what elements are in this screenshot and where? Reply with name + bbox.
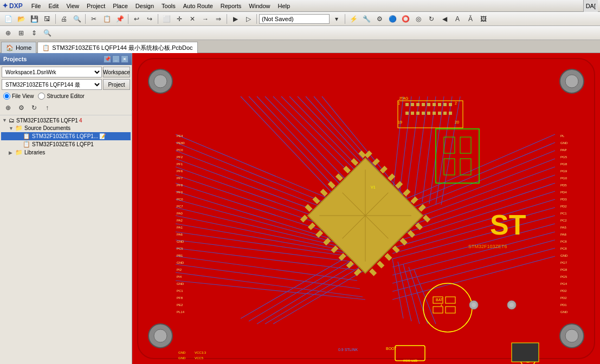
panel-refresh[interactable]: ↻ (28, 102, 40, 114)
svg-rect-187 (443, 112, 447, 115)
home-icon: 🏠 (6, 44, 14, 51)
projects-panel: Projects 📌 _ × Workspace1.DsnWrk Workspa… (0, 53, 132, 364)
tb-cut[interactable]: ✂ (88, 13, 100, 25)
svg-text:PG4: PG4 (560, 282, 567, 285)
fileview-radio[interactable] (3, 93, 10, 100)
svg-text:PB1: PB1 (177, 254, 183, 257)
svg-text:PD3: PD3 (560, 198, 567, 201)
svg-text:JTAG: JTAG (399, 96, 408, 100)
svg-point-5 (565, 75, 578, 88)
tree-pcbdoc-active[interactable]: 📋 STM32F103ZET6 LQFP1... 📝 (1, 132, 131, 140)
svg-text:PC1: PC1 (177, 289, 183, 292)
tb-run2[interactable]: 🔧 (360, 13, 372, 25)
menu-project[interactable]: Project (83, 2, 108, 10)
tb-printprev[interactable]: 🔍 (71, 13, 83, 25)
structeditor-radio[interactable] (38, 93, 45, 100)
panel-settings[interactable]: ⚙ (15, 102, 27, 114)
tb-print[interactable]: 🖨 (58, 13, 70, 25)
svg-text:PF6: PF6 (177, 170, 183, 173)
menu-edit[interactable]: Edit (45, 2, 62, 10)
tb-arr1[interactable]: → (199, 13, 211, 25)
fileview-radio-label[interactable]: File View (3, 93, 34, 100)
tb-compile2[interactable]: ▷ (242, 13, 254, 25)
menu-place[interactable]: Place (109, 2, 131, 10)
workspace-btn[interactable]: Workspace (103, 67, 130, 77)
pcb-canvas[interactable]: ST STM32F103ZET6 PE4PE60PC0 PF2PF1PF6 PF… (132, 53, 600, 364)
tb2-zoom4[interactable]: 🔍 (41, 27, 53, 39)
tree-root[interactable]: ▼ 🗂 STM32F103ZET6 LQFP1 4 (1, 116, 131, 124)
svg-text:GND: GND (178, 351, 186, 354)
menu-dxp[interactable]: DXP (9, 2, 23, 10)
tb-run7[interactable]: ↻ (425, 13, 437, 25)
panel-toolbar: ⊕ ⚙ ↻ ↑ (0, 101, 132, 115)
svg-rect-183 (422, 112, 425, 115)
tb-run8[interactable]: ◀ (438, 13, 450, 25)
structeditor-radio-label[interactable]: Structure Editor (38, 93, 84, 100)
menu-help[interactable]: Help (274, 2, 293, 10)
tb-rect[interactable]: ⬜ (160, 13, 172, 25)
tb2-zoom3[interactable]: ⇕ (28, 27, 40, 39)
menu-tools[interactable]: Tools (158, 2, 179, 10)
tb-paste[interactable]: 📌 (114, 13, 126, 25)
tb-copy[interactable]: 📋 (101, 13, 113, 25)
libs-label: Libraries (24, 150, 45, 155)
svg-rect-179 (449, 103, 452, 106)
project-btn[interactable]: Project (103, 79, 130, 90)
menu-design[interactable]: Design (132, 2, 157, 10)
filename-input[interactable] (259, 14, 330, 24)
tb-saveall[interactable]: 🖫 (41, 13, 53, 25)
tb-new[interactable]: 📄 (2, 13, 14, 25)
tb-text2[interactable]: Ā (464, 13, 476, 25)
svg-text:VCC5: VCC5 (195, 356, 204, 360)
svg-rect-174 (422, 103, 425, 106)
panel-pin[interactable]: 📌 (104, 55, 111, 63)
tb-run5[interactable]: ⭕ (399, 13, 411, 25)
tb-save[interactable]: 💾 (28, 13, 40, 25)
tb-text[interactable]: A (451, 13, 463, 25)
panel-add[interactable]: ⊕ (2, 102, 14, 114)
tree-pcbdoc-2[interactable]: 📋 STM32F103ZET6 LQFP1 (1, 140, 131, 148)
tb-run[interactable]: ⚡ (347, 13, 359, 25)
tb-dropdown-arrow[interactable]: ▾ (331, 13, 343, 25)
tb-open[interactable]: 📂 (15, 13, 27, 25)
tab-pcb[interactable]: 📋 STM32F103ZET6 LQFP144 最小系统核心板.PcbDoc (37, 42, 197, 53)
tb-run6[interactable]: ◎ (412, 13, 424, 25)
source-label: Source Documents (24, 125, 70, 131)
svg-rect-181 (411, 112, 414, 115)
tab-home[interactable]: 🏠 Home (1, 42, 36, 53)
tb2-zoom2[interactable]: ⊞ (15, 27, 27, 39)
tree-libraries[interactable]: ▶ 📁 Libraries (1, 148, 131, 157)
tree-source-docs[interactable]: ▼ 📁 Source Documents (1, 124, 131, 132)
tb-img[interactable]: 🖼 (478, 13, 489, 25)
tb-run3[interactable]: ⚙ (373, 13, 385, 25)
menu-file[interactable]: File (28, 2, 44, 10)
menu-window[interactable]: Window (246, 2, 273, 10)
tb-run4[interactable]: 🔵 (386, 13, 398, 25)
svg-text:PI2: PI2 (177, 268, 182, 271)
tb-cross[interactable]: ✛ (173, 13, 185, 25)
tb-undo[interactable]: ↩ (131, 13, 143, 25)
svg-text:0.9 STLINK: 0.9 STLINK (338, 348, 358, 352)
menu-autoroute[interactable]: Auto Route (180, 2, 216, 10)
workspace-dropdown[interactable]: Workspace1.DsnWrk (2, 67, 102, 77)
menu-view[interactable]: View (63, 2, 82, 10)
panel-minimize[interactable]: _ (112, 55, 120, 63)
panel-close[interactable]: × (121, 55, 128, 63)
panel-up[interactable]: ↑ (41, 102, 53, 114)
menu-reports[interactable]: Reports (217, 2, 245, 10)
pcb-board-svg: ST STM32F103ZET6 PE4PE60PC0 PF2PF1PF6 PF… (132, 53, 600, 364)
sep-4 (158, 14, 158, 24)
tb-compile[interactable]: ▶ (229, 13, 241, 25)
svg-text:STM32F103ZET6: STM32F103ZET6 (468, 244, 507, 249)
project-dropdown-row: STM32F103ZET6 LQFP144 最 Project (0, 79, 132, 92)
project-dropdown[interactable]: STM32F103ZET6 LQFP144 最 (2, 79, 102, 90)
panel-titlebar: Projects 📌 _ × (0, 53, 132, 65)
svg-rect-184 (427, 112, 430, 115)
tb-redo[interactable]: ↪ (144, 13, 156, 25)
svg-text:PG9: PG9 (560, 170, 567, 173)
svg-rect-178 (443, 103, 447, 106)
tb-arr2[interactable]: ⇒ (212, 13, 224, 25)
pcb2-icon: 📋 (23, 141, 30, 148)
tb2-zoom1[interactable]: ⊕ (2, 27, 14, 39)
tb-crossx[interactable]: ✕ (186, 13, 198, 25)
